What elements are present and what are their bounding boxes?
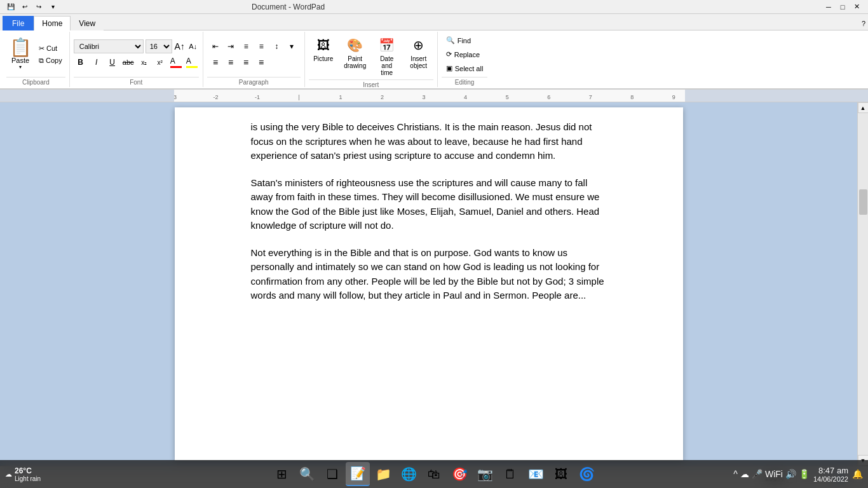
font-color-button[interactable]: A — [169, 55, 183, 69]
weather-widget: ☁ 26°C Light rain — [5, 466, 41, 482]
tab-view[interactable]: View — [71, 16, 104, 30]
underline-button[interactable]: U — [105, 55, 119, 69]
mail-taskbar-button[interactable]: 📧 — [524, 462, 548, 486]
editing-controls: 🔍 Find ⟳ Replace ▣ Select all — [442, 34, 488, 74]
sticky-taskbar-button[interactable]: 🗒 — [498, 462, 522, 486]
decrease-indent-button[interactable]: ⇤ — [208, 39, 222, 53]
line-spacing-button[interactable]: ↕ — [269, 39, 283, 53]
ribbon-tab-bar: File Home View ? — [0, 14, 868, 30]
battery-icon[interactable]: 🔋 — [799, 469, 810, 479]
ruler-right-margin — [685, 90, 868, 102]
grow-font-button[interactable]: A↑ — [174, 41, 186, 52]
datetime-button[interactable]: 📅 Date andtime — [372, 33, 402, 78]
strikethrough-button[interactable]: abc — [121, 55, 135, 69]
customize-button[interactable]: ▾ — [47, 1, 58, 13]
vertical-scrollbar[interactable]: ▲ ▼ — [857, 102, 868, 466]
shrink-font-button[interactable]: A↓ — [187, 41, 199, 52]
search-taskbar-button[interactable]: 🔍 — [295, 462, 319, 486]
clipboard-group: 📋 Paste ▾ ✂ Cut ⧉ Copy Clipboard — [3, 32, 70, 87]
align-left-button[interactable]: ≡ — [208, 55, 222, 69]
photos-taskbar-button[interactable]: 🖼 — [549, 462, 573, 486]
store-taskbar-button[interactable]: 🛍 — [422, 462, 446, 486]
paragraph-2: Satan's ministers of righteousness use t… — [251, 176, 607, 233]
tray-chevron[interactable]: ^ — [733, 469, 738, 479]
subscript-button[interactable]: x₂ — [137, 55, 151, 69]
align-right-button[interactable]: ≡ — [239, 55, 253, 69]
chrome-taskbar-button[interactable]: 🌀 — [574, 462, 599, 486]
help-button[interactable]: ? — [859, 17, 868, 30]
cloud-icon[interactable]: ☁ — [740, 469, 749, 479]
scroll-track[interactable] — [858, 113, 868, 455]
tab-file[interactable]: File — [3, 16, 34, 30]
highlight-button[interactable]: A — [185, 55, 199, 69]
picture-icon: 🖼 — [313, 35, 334, 55]
notification-button[interactable]: 🔔 — [852, 469, 863, 479]
clock-date: 14/06/2022 — [813, 475, 848, 483]
tab-home[interactable]: Home — [34, 16, 71, 30]
edge-taskbar-button[interactable]: 🌐 — [397, 462, 421, 486]
save-button[interactable]: 💾 — [5, 1, 17, 13]
copy-button[interactable]: ⧉ Copy — [36, 55, 65, 66]
explorer-taskbar-button[interactable]: 📁 — [371, 462, 395, 486]
font-size-selector[interactable]: 16 — [146, 39, 172, 53]
replace-button[interactable]: ⟳ Replace — [442, 48, 488, 60]
increase-indent-button[interactable]: ⇥ — [224, 39, 238, 53]
taskbar: ☁ 26°C Light rain ⊞ 🔍 ❑ 📝 📁 🌐 🛍 🎯 📷 🗒 📧 … — [0, 460, 868, 488]
paint-drawing-button[interactable]: 🎨 Paintdrawing — [341, 33, 370, 78]
camera-taskbar-button[interactable]: 📷 — [473, 462, 497, 486]
bold-button[interactable]: B — [74, 55, 88, 69]
clock[interactable]: 8:47 am 14/06/2022 — [813, 466, 848, 483]
cut-button[interactable]: ✂ Cut — [36, 43, 65, 54]
maximize-button[interactable]: □ — [836, 2, 849, 12]
close-button[interactable]: ✕ — [850, 2, 863, 12]
italic-button[interactable]: I — [90, 55, 104, 69]
paste-button[interactable]: 📋 Paste ▾ — [6, 34, 34, 75]
select-all-button[interactable]: ▣ Select all — [442, 62, 488, 74]
superscript-button[interactable]: x² — [153, 55, 167, 69]
para-row-1: ⇤ ⇥ ≡ ≡ ↕ ▾ — [208, 39, 299, 53]
insert-object-button[interactable]: ⊕ Insertobject — [404, 33, 433, 78]
app5-taskbar-button[interactable]: 🎯 — [447, 462, 471, 486]
speaker-icon[interactable]: 🔊 — [785, 469, 796, 479]
start-button[interactable]: ⊞ — [269, 462, 294, 486]
font-label: Font — [74, 77, 199, 86]
paragraph-dropdown[interactable]: ▾ — [285, 39, 299, 53]
taskbar-center: ⊞ 🔍 ❑ 📝 📁 🌐 🛍 🎯 📷 🗒 📧 🖼 🌀 — [269, 462, 599, 486]
redo-button[interactable]: ↪ — [33, 1, 44, 13]
ruler-left-margin — [0, 90, 174, 102]
ribbon: File Home View ? 📋 Paste ▾ ✂ Cut — [0, 14, 868, 90]
scroll-up-button[interactable]: ▲ — [858, 102, 869, 113]
bullets-button[interactable]: ≡ — [239, 39, 253, 53]
editing-group: 🔍 Find ⟳ Replace ▣ Select all Editing — [438, 32, 492, 87]
font-row-2: B I U abc x₂ x² A — [74, 55, 199, 69]
font-family-selector[interactable]: Calibri — [74, 39, 144, 53]
undo-button[interactable]: ↩ — [19, 1, 31, 13]
taskbar-right: ^ ☁ 🎤 WiFi 🔊 🔋 8:47 am 14/06/2022 🔔 — [733, 466, 863, 483]
font-group: Calibri 16 A↑ A↓ B I U abc x₂ — [70, 32, 203, 87]
tray-icons: ^ ☁ 🎤 WiFi 🔊 🔋 — [733, 469, 810, 479]
justify-button[interactable]: ≡ — [254, 55, 268, 69]
find-button[interactable]: 🔍 Find — [442, 34, 488, 46]
minimize-button[interactable]: ─ — [822, 2, 835, 12]
window-controls: ─ □ ✕ — [822, 2, 863, 12]
task-view-button[interactable]: ❑ — [320, 462, 344, 486]
editing-group-content: 🔍 Find ⟳ Replace ▣ Select all — [442, 33, 488, 76]
select-all-icon: ▣ — [446, 64, 452, 72]
numbering-button[interactable]: ≡ — [254, 39, 268, 53]
page-container: is using the very Bible to deceives Chri… — [0, 102, 857, 466]
insert-group-content: 🖼 Picture 🎨 Paintdrawing 📅 Date andtime … — [309, 33, 433, 78]
align-center-button[interactable]: ≡ — [224, 55, 238, 69]
font-controls: Calibri 16 A↑ A↓ B I U abc x₂ — [74, 39, 199, 69]
scroll-thumb[interactable] — [859, 189, 867, 215]
picture-button[interactable]: 🖼 Picture — [309, 33, 338, 78]
title-bar: 💾 ↩ ↪ ▾ Document - WordPad ─ □ ✕ — [0, 0, 868, 14]
weather-icon: ☁ — [5, 470, 12, 478]
paragraph-group: ⇤ ⇥ ≡ ≡ ↕ ▾ ≡ ≡ ≡ ≡ Paragraph — [203, 32, 305, 87]
wordpad-taskbar-button[interactable]: 📝 — [346, 462, 370, 486]
object-icon: ⊕ — [409, 35, 429, 55]
wifi-icon[interactable]: WiFi — [765, 469, 783, 479]
cut-copy-group: ✂ Cut ⧉ Copy — [36, 43, 65, 66]
mic-icon[interactable]: 🎤 — [752, 469, 763, 479]
clipboard-label: Clipboard — [6, 77, 65, 86]
cut-icon: ✂ — [39, 44, 44, 53]
